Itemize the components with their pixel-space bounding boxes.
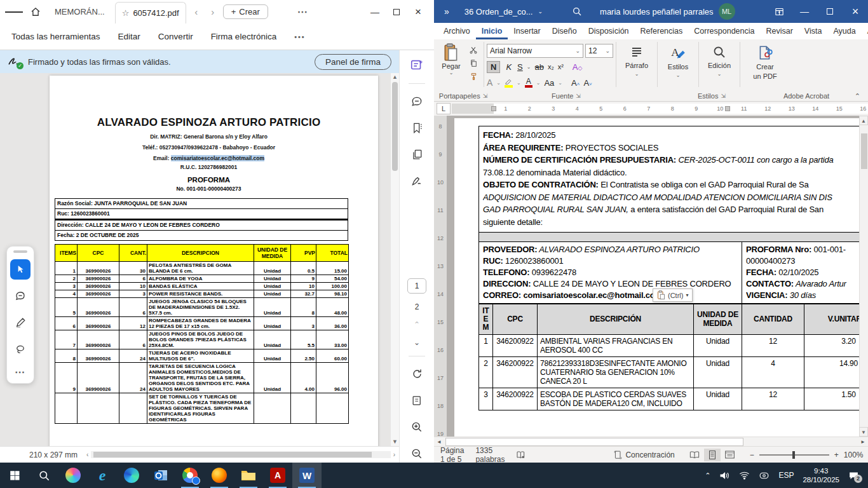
pdf-scroll-thumb[interactable] [392,82,398,171]
palette-more-icon[interactable]: ⋯ [15,366,26,378]
edge-icon[interactable] [117,463,146,488]
right-indent-marker[interactable] [725,106,730,111]
scroll-down-icon[interactable]: ▼ [859,427,868,437]
tab-disposicion[interactable]: Disposición [583,24,635,39]
menu-edit[interactable]: Editar [118,32,140,41]
tab-prev-icon[interactable]: ‹ [190,6,203,17]
copilot-icon[interactable] [58,463,88,488]
clock[interactable]: 9:4328/10/2025 [803,466,839,485]
ai-assistant-icon[interactable] [407,57,426,74]
bold-button[interactable]: N [487,61,500,73]
text-effects-button[interactable]: A [487,78,492,88]
create-pdf-button[interactable]: Crear un PDF [743,42,787,80]
word-count[interactable]: 1335 palabras [475,446,505,464]
close-button[interactable]: × [407,3,429,22]
word-table-row[interactable]: 3 346200922 ESCOBA DE PLASTICO CERDAS SU… [479,388,868,410]
superscript-button[interactable]: x² [558,63,564,71]
search-icon[interactable] [572,6,582,17]
scroll-right-icon[interactable]: › [393,451,395,458]
language-indicator[interactable]: ESP [778,471,794,480]
zoom-slider[interactable] [759,454,829,456]
horizontal-ruler[interactable]: 12345678910111213141516 [452,104,868,114]
tab-inicio[interactable]: Inicio [476,24,508,39]
outlook-icon[interactable] [146,463,175,488]
internet-explorer-icon[interactable]: e [88,463,117,488]
zoom-in-icon[interactable] [407,418,426,436]
zoom-out-button[interactable]: − [750,451,754,459]
word-vertical-scrollbar[interactable]: ▲ ▼ [859,116,868,437]
quick-access-overflow-icon[interactable]: » [434,6,458,17]
comments-panel-icon[interactable] [407,93,426,111]
word-page[interactable]: FECHA: 28/10/2025 ÁREA REQUIRENTE: PROYE… [454,118,868,437]
minimize-button[interactable]: — [792,0,817,23]
tab-stop-selector[interactable]: L [437,103,451,114]
zoom-level[interactable]: 100% [844,451,864,459]
indent-marker[interactable] [491,106,496,111]
tab-memorandum[interactable]: MEMORÁN... [48,3,111,22]
copy-icon[interactable] [467,58,480,69]
select-tool-button[interactable] [10,259,31,280]
document-title[interactable]: 36 Orden_de_co... ⌄ [458,7,549,17]
print-layout-icon[interactable] [704,449,721,461]
underline-button[interactable]: S [517,62,523,72]
scroll-down-icon[interactable]: ▼ [391,438,399,446]
tab-acrobat-clipped[interactable]: A [862,24,868,39]
highlight-color-button[interactable] [505,78,513,88]
tab-vista[interactable]: Vista [799,24,828,39]
change-case-button[interactable]: Aa [544,78,554,88]
comment-tool-button[interactable] [10,286,31,306]
home-icon[interactable] [27,3,44,21]
pages-panel-icon[interactable] [407,146,426,163]
collapse-ribbon-icon[interactable]: ⌃ [855,92,868,100]
tab-insertar[interactable]: Insertar [508,24,546,39]
pdf-email-highlighted[interactable]: comisariatoescolar.ec@hotmail.com [171,155,264,161]
palette-drag-handle[interactable] [13,250,27,253]
menu-esign[interactable]: Firma electrónica [211,32,277,41]
zoom-in-button[interactable]: + [834,451,839,459]
pdf-horizontal-scrollbar[interactable]: ‹ › [86,451,395,459]
sign-panel-icon[interactable] [407,172,426,190]
scroll-right-icon[interactable]: ► [858,439,868,445]
bookmarks-panel-icon[interactable] [407,119,426,137]
rotate-page-icon[interactable] [407,365,426,383]
proofing-icon[interactable] [516,451,526,459]
page-fit-icon[interactable] [407,392,426,410]
menu-convert[interactable]: Convertir [158,32,193,41]
cut-icon[interactable] [467,44,480,55]
menu-more-icon[interactable]: ••• [294,33,306,41]
paste-options-button[interactable]: (Ctrl) ▾ [653,288,693,302]
word-scroll-thumb[interactable] [861,133,867,169]
maximize-button[interactable] [817,0,843,23]
paste-button[interactable]: Pegar ⌄ [437,42,466,76]
word-horizontal-scrollbar[interactable]: ◄ ► [434,437,868,446]
tab-correspondencia[interactable]: Correspondencia [688,24,760,39]
maximize-button[interactable] [386,3,407,22]
star-icon[interactable]: ☆ [122,8,130,18]
tab-archivo[interactable]: Archivo [438,24,476,39]
web-layout-icon[interactable] [722,449,738,461]
tab-ayuda[interactable]: Ayuda [827,24,861,39]
zoom-out-icon[interactable] [407,445,426,463]
subscript-button[interactable]: x₂ [548,63,554,71]
grow-font-button[interactable]: A˄ [571,78,580,88]
wifi-icon[interactable] [739,471,750,480]
draw-tool-button[interactable] [10,313,31,333]
ribbon-display-options-icon[interactable] [766,0,792,23]
font-color-button[interactable]: A [525,78,532,88]
next-page-number[interactable]: 2 [415,302,419,311]
read-mode-icon[interactable] [686,449,703,461]
format-painter-icon[interactable] [467,71,480,82]
notifications-icon[interactable]: 2 [848,471,859,480]
minimize-button[interactable]: — [364,3,386,22]
dialog-launcher-icon[interactable]: ⇲ [483,93,488,99]
create-button[interactable]: +Crear [223,4,268,19]
font-size-select[interactable]: 12⌄ [585,44,613,58]
scroll-left-icon[interactable]: ◄ [434,439,444,445]
tab-active-pdf[interactable]: ☆ 6057412.pdf [115,2,186,24]
italic-button[interactable]: K [504,62,513,72]
strikethrough-button[interactable]: ab [534,62,543,72]
dialog-launcher-icon[interactable]: ⇲ [576,93,581,99]
menu-all-tools[interactable]: Todas las herramientas [11,32,100,41]
show-hidden-icons-icon[interactable]: ⌃ [705,471,710,480]
scroll-left-icon[interactable]: ‹ [86,451,88,458]
